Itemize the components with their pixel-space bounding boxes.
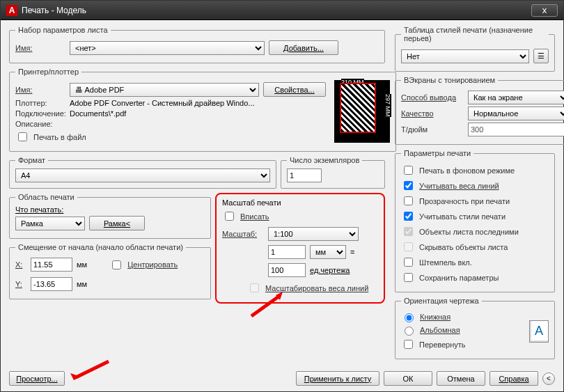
what-to-plot-label: Что печатать:: [15, 205, 205, 214]
offset-x-label: X:: [15, 260, 26, 269]
plot-options-legend: Параметры печати: [401, 149, 473, 157]
scale-units-input[interactable]: [268, 245, 306, 259]
orientation-group: Ориентация чертежа Книжная Альбомная Пер…: [395, 297, 555, 359]
scale-lineweights-checkbox: [250, 283, 259, 292]
orient-portrait-radio[interactable]: [405, 313, 414, 322]
shade-method-label: Способ вывода: [401, 93, 464, 102]
page-setup-name-select[interactable]: <нет>: [70, 41, 265, 55]
scale-highlight: Масштаб печати Вписать Масштаб: 1:100: [215, 193, 385, 304]
titlebar: A Печать - Модель x: [1, 1, 563, 20]
printer-name-label: Имя:: [15, 86, 65, 94]
scale-drawing-input[interactable]: [268, 263, 306, 277]
scale-equals: =: [350, 248, 354, 256]
plot-style-group: Таблица стилей печати (назначение перьев…: [395, 26, 555, 72]
scale-unit-select[interactable]: мм: [310, 245, 346, 259]
print-dialog: A Печать - Модель x Набор параметров лис…: [0, 0, 564, 392]
help-button[interactable]: Справка: [489, 371, 538, 386]
opt-stamp-checkbox[interactable]: [404, 258, 413, 267]
ok-button[interactable]: ОК: [384, 371, 432, 386]
offset-y-input[interactable]: [31, 277, 72, 291]
offset-y-unit: мм: [77, 280, 87, 288]
shade-quality-select[interactable]: Нормальное: [468, 107, 564, 120]
shade-method-select[interactable]: Как на экране: [468, 91, 564, 104]
printer-properties-button[interactable]: Свойства...: [263, 82, 326, 97]
printer-group: Принтер/плоттер Имя: 🖶 Adobe PDF Свойств…: [9, 68, 396, 152]
add-page-setup-button[interactable]: Добавить...: [269, 40, 338, 55]
shade-dpi-label: Т/дюйм: [401, 125, 464, 134]
expand-button[interactable]: <: [542, 373, 555, 385]
copies-legend: Число экземпляров: [287, 156, 362, 164]
paper-preview: 210 MM 297 MM: [334, 80, 390, 143]
desc-label: Описание:: [15, 120, 65, 128]
paper-size-legend: Формат: [15, 156, 48, 164]
plotter-value: Adobe PDF Converter - Системный драйвер …: [70, 99, 255, 107]
where-value: Documents\*.pdf: [70, 109, 126, 118]
offset-y-label: Y:: [15, 280, 26, 288]
shade-quality-label: Качество: [401, 109, 464, 118]
center-plot-checkbox[interactable]: [112, 260, 121, 269]
plot-area-group: Область печати Что печатать: Рамка Рамка…: [9, 193, 211, 239]
offset-x-unit: мм: [77, 260, 87, 269]
offset-group: Смещение от начала (начало области печат…: [9, 243, 211, 299]
opt-plotstyles-checkbox[interactable]: [404, 212, 413, 221]
opt-hide-paperspace-checkbox: [404, 242, 413, 251]
apply-to-layout-button[interactable]: Применить к листу: [296, 371, 379, 386]
scale-select[interactable]: 1:100: [268, 227, 359, 241]
window-title: Печать - Модель: [22, 6, 531, 15]
shaded-viewport-group: ВЭкраны с тонированием Способ вывода Как…: [395, 76, 564, 145]
fit-to-paper-checkbox[interactable]: [225, 212, 234, 221]
shade-dpi-input: [468, 123, 564, 136]
plot-style-edit-button[interactable]: ☰: [533, 49, 549, 63]
printer-name-select[interactable]: 🖶 Adobe PDF: [70, 83, 259, 97]
offset-legend: Смещение от начала (начало области печат…: [15, 243, 186, 251]
plotter-label: Плоттер:: [15, 99, 65, 107]
orientation-icon: A: [529, 320, 549, 343]
offset-x-input[interactable]: [31, 258, 72, 272]
paper-size-select[interactable]: A4: [15, 168, 270, 182]
plot-style-legend: Таблица стилей печати (назначение перьев…: [401, 26, 549, 42]
scale-lineweights-label: Масштабировать веса линий: [265, 284, 368, 292]
copies-group: Число экземпляров: [281, 156, 385, 189]
page-setup-name-label: Имя:: [15, 44, 65, 52]
opt-save-changes-checkbox[interactable]: [404, 273, 413, 282]
copies-input[interactable]: [287, 168, 322, 182]
orient-upside-checkbox[interactable]: [404, 340, 413, 349]
scale-drawing-label: ед.чертежа: [310, 266, 350, 274]
printer-legend: Принтер/плоттер: [15, 68, 81, 76]
plot-scale-legend: Масштаб печати: [222, 198, 378, 207]
plot-options-group: Параметры печати Печать в фоновом режиме…: [395, 149, 555, 292]
scale-label: Масштаб:: [222, 230, 264, 238]
plot-scale-group: Масштаб печати Вписать Масштаб: 1:100: [219, 197, 381, 298]
window-pick-button[interactable]: Рамка<: [89, 216, 145, 230]
page-setup-group: Набор параметров листа Имя: <нет> Добави…: [9, 26, 385, 63]
close-button[interactable]: x: [531, 4, 558, 17]
where-label: Подключение:: [15, 109, 65, 118]
plot-to-file-checkbox[interactable]: [18, 132, 27, 141]
what-to-plot-select[interactable]: Рамка: [15, 217, 85, 230]
shaded-viewport-legend: ВЭкраны с тонированием: [401, 76, 498, 84]
fit-to-paper-label: Вписать: [240, 212, 269, 221]
opt-transparency-checkbox[interactable]: [404, 196, 413, 205]
preview-button[interactable]: Просмотр...: [9, 371, 65, 386]
opt-lineweights-checkbox[interactable]: [404, 181, 413, 190]
plot-area-legend: Область печати: [15, 193, 77, 201]
paper-size-group: Формат A4: [9, 156, 276, 189]
page-setup-legend: Набор параметров листа: [15, 26, 111, 34]
opt-background-checkbox[interactable]: [404, 166, 413, 175]
orient-landscape-radio[interactable]: [405, 327, 414, 336]
paper-height-label: 297 MM: [384, 94, 391, 117]
app-icon: A: [6, 5, 17, 16]
plot-style-select[interactable]: Нет: [401, 49, 529, 63]
cancel-button[interactable]: Отмена: [437, 371, 485, 386]
orientation-legend: Ориентация чертежа: [401, 297, 482, 305]
opt-paperspace-last-checkbox: [404, 227, 413, 236]
center-plot-label: Центрировать: [127, 260, 178, 269]
plot-to-file-label: Печать в файл: [33, 133, 86, 141]
